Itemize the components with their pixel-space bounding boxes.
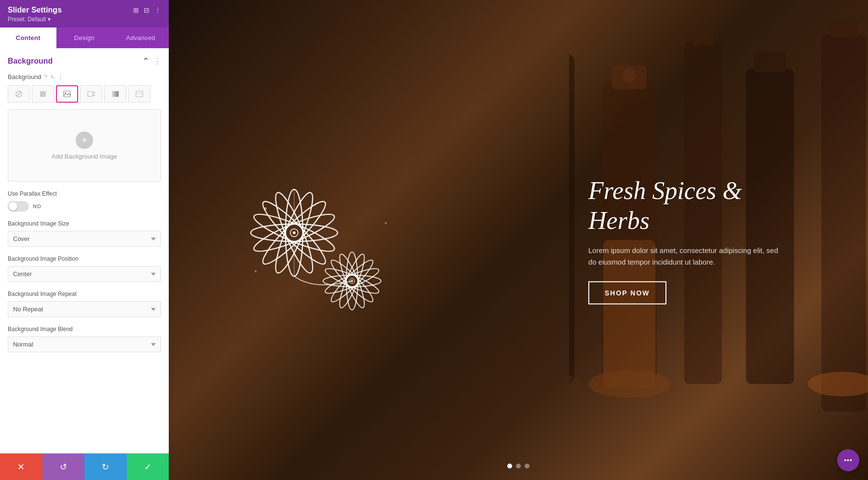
image-upload-area[interactable]: + Add Background Image (8, 109, 161, 182)
svg-rect-22 (821, 34, 866, 412)
panel-footer: ✕ ↺ ↻ ✓ (0, 453, 169, 480)
svg-point-53 (255, 270, 257, 272)
svg-point-24 (588, 370, 671, 398)
svg-point-8 (137, 93, 138, 94)
parallax-label: Use Parallax Effect (8, 190, 161, 197)
bg-repeat-label: Background Image Repeat (8, 291, 161, 297)
parallax-row: Use Parallax Effect NO (8, 190, 161, 212)
bg-repeat-select[interactable]: No Repeat Repeat Repeat-X Repeat-Y (8, 301, 161, 317)
slider-body-text: Lorem ipsum dolor sit amet, consectetur … (588, 244, 781, 267)
bg-blend-row: Background Image Blend Normal Multiply S… (8, 326, 161, 352)
panel-title-icons: ⊞ ⊟ ⋮ (133, 6, 161, 14)
section-header-actions: ⌃ ⋮ (142, 56, 161, 67)
bg-label-row: Background ? ↖ ⋮ (8, 73, 161, 80)
svg-rect-5 (88, 92, 93, 96)
bg-btn-pattern[interactable] (128, 85, 150, 103)
expand-icon[interactable]: ⊞ (133, 6, 139, 14)
bg-btn-color[interactable] (32, 85, 54, 103)
svg-point-51 (264, 207, 267, 210)
slider-container: Fresh Spices & Herbs Lorem ipsum dolor s… (169, 0, 868, 480)
bg-blend-select[interactable]: Normal Multiply Screen Overlay Darken Li… (8, 336, 161, 352)
upload-label: Add Background Image (52, 153, 117, 160)
tab-design[interactable]: Design (56, 27, 113, 48)
section-header: Background ⌃ ⋮ (8, 56, 161, 67)
svg-rect-23 (830, 19, 858, 37)
shop-now-button[interactable]: SHOP NOW (588, 281, 666, 304)
bg-btn-image[interactable] (56, 85, 78, 103)
panel-title: Slider Settings (8, 6, 62, 14)
panel-body: Background ⌃ ⋮ Background ? ↖ ⋮ (0, 48, 169, 453)
fab-button[interactable]: ••• (837, 449, 859, 471)
bg-position-select[interactable]: Center Top Left Top Center Top Right Cen… (8, 266, 161, 282)
slider-dot-2[interactable] (516, 464, 521, 468)
bg-btn-none[interactable] (8, 85, 30, 103)
bg-more-icon[interactable]: ⋮ (58, 74, 64, 80)
bg-btn-video[interactable] (80, 85, 102, 103)
undo-icon: ↺ (60, 462, 67, 472)
svg-point-10 (141, 93, 142, 94)
svg-point-9 (139, 93, 140, 94)
bg-size-select[interactable]: Cover Contain Auto Custom (8, 231, 161, 247)
toggle-knob (9, 202, 17, 211)
tab-content[interactable]: Content (0, 27, 56, 48)
svg-rect-19 (692, 27, 714, 45)
bg-label: Background (8, 73, 41, 80)
bg-size-label: Background Image Size (8, 220, 161, 227)
flower-illustration (217, 136, 420, 344)
bg-cursor-icon[interactable]: ↖ (50, 74, 55, 80)
section-collapse-btn[interactable]: ⌃ (142, 56, 149, 67)
slider-dot-3[interactable] (525, 464, 529, 468)
tab-advanced[interactable]: Advanced (112, 27, 169, 48)
save-icon: ✓ (144, 462, 151, 472)
bg-position-label: Background Image Position (8, 255, 161, 262)
slider-content: Fresh Spices & Herbs Lorem ipsum dolor s… (588, 176, 781, 305)
redo-icon: ↻ (102, 462, 109, 472)
split-icon[interactable]: ⊟ (144, 6, 149, 14)
bg-blend-label: Background Image Blend (8, 326, 161, 333)
svg-rect-6 (112, 91, 119, 97)
svg-rect-21 (754, 52, 786, 72)
section-title: Background (8, 57, 53, 66)
cancel-button[interactable]: ✕ (0, 453, 42, 480)
bg-type-buttons (8, 85, 161, 103)
slider-heading: Fresh Spices & Herbs (588, 176, 781, 236)
panel-tabs: Content Design Advanced (0, 27, 169, 48)
svg-rect-11 (569, 55, 574, 384)
preset-selector[interactable]: Preset: Default (8, 16, 161, 23)
parallax-toggle-row: NO (8, 201, 161, 212)
svg-point-25 (569, 373, 581, 394)
svg-rect-7 (136, 91, 143, 97)
slider-dot-1[interactable] (507, 464, 512, 468)
section-more-btn[interactable]: ⋮ (153, 57, 161, 66)
panel-header: Slider Settings ⊞ ⊟ ⋮ Preset: Default (0, 0, 169, 27)
svg-point-52 (385, 222, 387, 224)
upload-plus-icon: + (76, 132, 93, 149)
save-button[interactable]: ✓ (127, 453, 169, 480)
svg-rect-2 (40, 91, 46, 97)
toggle-no-label: NO (33, 203, 41, 209)
parallax-toggle[interactable] (8, 201, 29, 212)
bg-size-row: Background Image Size Cover Contain Auto… (8, 220, 161, 247)
cancel-icon: ✕ (17, 462, 25, 472)
svg-point-26 (808, 372, 868, 396)
slider-dots (507, 464, 529, 468)
bg-position-row: Background Image Position Center Top Lef… (8, 255, 161, 282)
fab-icon: ••• (844, 456, 853, 464)
settings-panel: Slider Settings ⊞ ⊟ ⋮ Preset: Default Co… (0, 0, 169, 480)
bg-repeat-row: Background Image Repeat No Repeat Repeat… (8, 291, 161, 317)
svg-line-1 (16, 92, 21, 96)
bg-btn-gradient[interactable] (104, 85, 126, 103)
redo-button[interactable]: ↻ (84, 453, 127, 480)
svg-point-16 (623, 68, 636, 82)
undo-button[interactable]: ↺ (42, 453, 85, 480)
more-icon[interactable]: ⋮ (154, 6, 161, 14)
bg-help-icon[interactable]: ? (44, 74, 47, 80)
svg-point-37 (293, 231, 296, 234)
main-area: Fresh Spices & Herbs Lorem ipsum dolor s… (169, 0, 868, 480)
